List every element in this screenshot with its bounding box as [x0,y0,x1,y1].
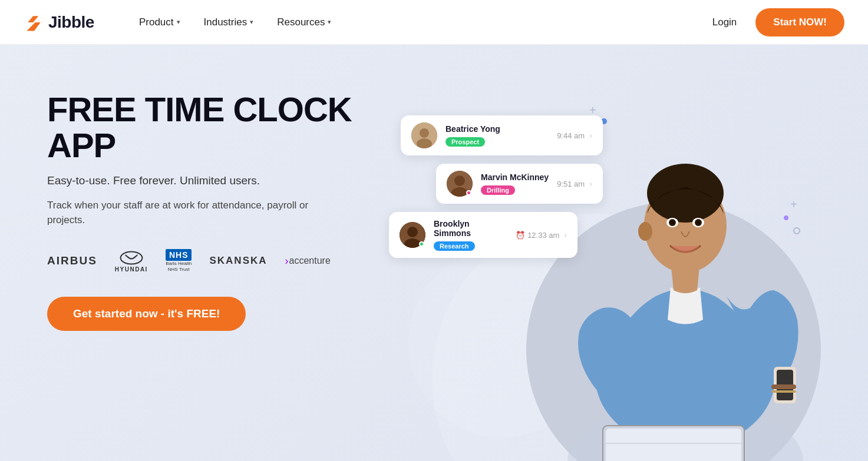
svg-point-6 [454,175,465,186]
logo-hyundai: HYUNDAI [115,250,148,273]
chevron-down-icon: ▾ [177,18,180,26]
cta-button[interactable]: Get started now - it's FREE! [47,297,246,331]
nav-links: Product ▾ Industries ▾ Resources ▾ [130,12,705,33]
ui-cards-container: Beatrice Yong Prospect 9:44 am › [401,115,603,258]
ui-card-marvin: Marvin McKinney Drilling 9:51 am › [436,164,603,204]
card-info-brooklyn: Brooklyn Simmons Research [434,219,507,251]
svg-point-3 [420,128,429,138]
hero-title: FREE TIME CLOCK APP [47,92,389,164]
avatar-brooklyn [400,222,425,248]
hyundai-icon [120,250,143,266]
ui-card-beatrice: Beatrice Yong Prospect 9:44 am › [401,115,603,155]
nav-item-industries[interactable]: Industries ▾ [194,12,263,33]
brand-logos-row: AIRBUS HYUNDAI NHS Barts HealthNHS Trust… [47,249,389,273]
card-tag-marvin: Drilling [481,185,515,195]
hero-subtitle: Easy-to-use. Free forever. Unlimited use… [47,174,389,187]
svg-point-19 [671,221,674,224]
svg-rect-24 [606,429,741,461]
svg-point-22 [697,221,700,224]
logo[interactable]: Jibble [24,12,94,33]
svg-point-1 [120,251,142,264]
chevron-right-icon: › [564,230,567,240]
svg-marker-0 [26,16,41,31]
clock-icon: ⏰ [516,231,525,240]
card-tag-beatrice: Prospect [445,137,485,147]
card-name-marvin: Marvin McKinney [481,173,549,182]
card-name-brooklyn: Brooklyn Simmons [434,219,507,238]
status-dot-marvin [466,190,471,195]
card-time-brooklyn: ⏰ 12.33 am › [516,230,567,240]
status-dot-brooklyn [419,241,424,247]
svg-rect-27 [771,384,796,389]
card-info-marvin: Marvin McKinney Drilling [481,173,549,195]
avatar-face-beatrice [411,122,437,148]
chevron-right-icon: › [589,179,592,188]
logo-skanska: SKANSKA [209,255,267,267]
start-now-button[interactable]: Start NOW! [755,8,844,37]
card-name-beatrice: Beatrice Yong [445,124,549,134]
logo-icon [24,12,45,33]
login-button[interactable]: Login [705,12,744,33]
nav-item-product[interactable]: Product ▾ [130,12,190,33]
navbar: Jibble Product ▾ Industries ▾ Resources … [0,0,868,45]
avatar-beatrice [411,122,437,148]
nav-item-resources[interactable]: Resources ▾ [268,12,341,33]
hero-description: Track when your staff are at work for at… [47,198,330,228]
card-time-beatrice: 9:44 am › [557,131,592,140]
svg-point-9 [407,227,418,237]
chevron-down-icon: ▾ [250,18,253,26]
card-time-marvin: 9:51 am › [557,179,592,188]
hero-section: FREE TIME CLOCK APP Easy-to-use. Free fo… [0,45,868,461]
svg-rect-28 [771,390,796,393]
svg-point-15 [638,222,652,241]
logo-nhs: NHS Barts HealthNHS Trust [166,249,192,273]
card-info-beatrice: Beatrice Yong Prospect [445,124,549,147]
avatar-marvin [447,171,473,197]
chevron-down-icon: ▾ [328,18,331,26]
logo-text: Jibble [48,13,94,32]
svg-point-16 [647,164,724,223]
nav-actions: Login Start NOW! [705,8,844,37]
logo-accenture: ›accenture [285,255,331,267]
ui-card-brooklyn: Brooklyn Simmons Research ⏰ 12.33 am › [389,212,577,258]
chevron-right-icon: › [589,131,592,140]
logo-airbus: AIRBUS [47,254,97,267]
card-tag-brooklyn: Research [434,241,475,251]
hero-content-left: FREE TIME CLOCK APP Easy-to-use. Free fo… [47,80,389,331]
